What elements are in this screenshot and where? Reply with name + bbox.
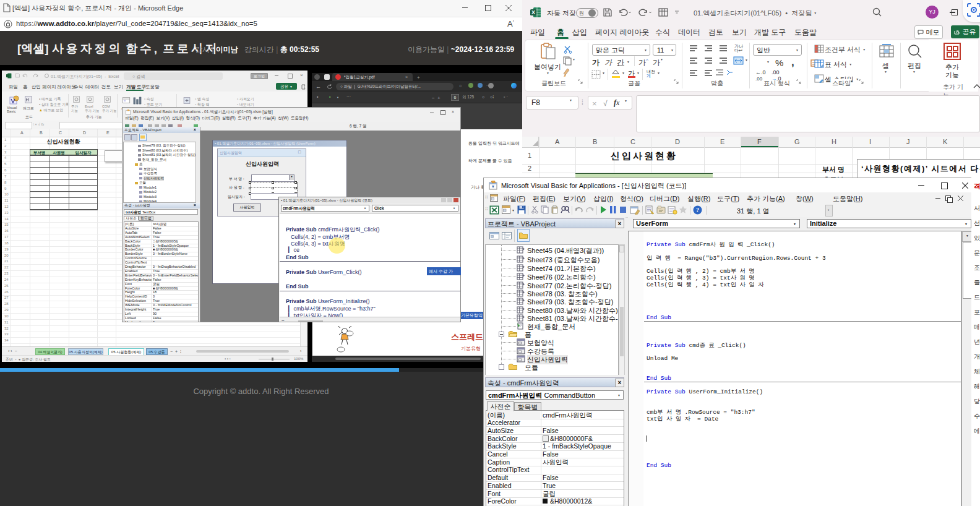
svg-text:X: X [531, 9, 535, 15]
svg-text:?: ? [696, 207, 699, 213]
